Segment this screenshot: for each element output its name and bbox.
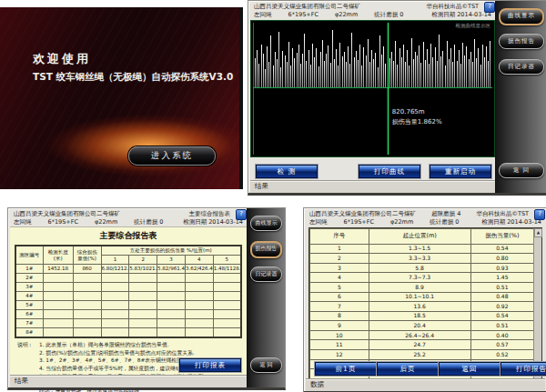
- log-button-3[interactable]: 返回: [439, 362, 500, 376]
- report-cell: [43, 292, 73, 301]
- waveform-bar: [429, 64, 430, 86]
- log-button-2[interactable]: 后页: [377, 362, 439, 376]
- waveform-sidebar: 曲线显示损伤报告日记录器返 回: [495, 1, 546, 193]
- help-icon[interactable]: ?: [534, 209, 545, 220]
- sidebar-button-2[interactable]: 损伤报告: [250, 241, 282, 258]
- report-cell: [129, 328, 157, 338]
- log-row: 23.3~3.30.80: [310, 254, 534, 264]
- waveform-bar: [371, 50, 372, 87]
- waveform-bar: [397, 65, 398, 86]
- log-col-index: 序号: [310, 228, 369, 244]
- help-icon[interactable]: ?: [484, 2, 495, 13]
- waveform-bar: [363, 47, 364, 87]
- restart-button[interactable]: 重新启动: [430, 165, 491, 178]
- waveform-cursor[interactable]: [388, 23, 389, 155]
- waveform-bar: [373, 59, 374, 87]
- report-subcol-4: 4: [185, 256, 213, 265]
- waveform-bar: [265, 69, 266, 87]
- waveform-bar: [349, 64, 350, 86]
- waveform-bar: [401, 57, 402, 87]
- log-cell: 0.93: [470, 263, 533, 273]
- waveform-bar: [300, 64, 301, 87]
- waveform-bar: [415, 52, 416, 86]
- sidebar-button-3[interactable]: 日记录器: [250, 266, 282, 282]
- report-cell: 6.80/1212.36: [101, 265, 129, 274]
- sidebar-back-button[interactable]: 返 回: [499, 163, 544, 178]
- report-cell: [43, 274, 73, 283]
- log-cell: 4: [310, 273, 369, 283]
- waveform-bar: [484, 57, 485, 87]
- waveform-bar: [304, 34, 305, 86]
- print-curve-button[interactable]: 打印曲线: [359, 165, 420, 178]
- rope-spec: 6*19S+FC: [288, 11, 319, 19]
- report-cell: [43, 301, 73, 310]
- waveform-bar: [322, 40, 323, 86]
- waveform-bar: [258, 64, 259, 86]
- waveform-bar: [306, 61, 307, 87]
- scroll-up-icon[interactable]: ▲: [534, 228, 542, 237]
- log-row: 1026.4~26.40.40: [310, 330, 534, 340]
- report-cell: 3#: [15, 283, 43, 292]
- report-window: ? 山西吕梁天义煤业集团有限公司二号煤矿 主要综合报告表 左回绳 6*19S+F…: [7, 207, 286, 390]
- report-sidebar: 曲线显示损伤报告日记录器返 回: [247, 208, 285, 387]
- waveform-button-row: 检 测 打印曲线 重新启动: [252, 165, 491, 178]
- rope-spec: 6*19S+FC: [48, 218, 79, 226]
- waveform-display[interactable]: 检测曲线显示区 820.765m 损伤当量1.862%: [250, 20, 495, 157]
- waveform-bar: [437, 61, 438, 86]
- report-page-label: 主要综合报告表: [189, 210, 231, 218]
- report-content: ? 山西吕梁天义煤业集团有限公司二号煤矿 主要综合报告表 左回绳 6*19S+F…: [10, 209, 247, 376]
- waveform-bar: [298, 45, 299, 86]
- log-button-1[interactable]: 前1页: [315, 362, 377, 376]
- waveform-bar: [308, 50, 309, 86]
- waveform-bar: [278, 32, 279, 87]
- log-row: 11.3~1.50.54: [310, 244, 534, 254]
- help-icon[interactable]: ?: [236, 209, 247, 220]
- log-button-4[interactable]: 打印报告: [500, 362, 546, 376]
- waveform-bar: [280, 67, 281, 87]
- sidebar-button-2[interactable]: 损伤报告: [499, 34, 544, 49]
- sidebar-button-1[interactable]: 曲线显示: [250, 216, 282, 231]
- log-row: 920.40.51: [310, 321, 534, 331]
- waveform-bar: [330, 63, 331, 86]
- detect-button[interactable]: 检 测: [256, 165, 318, 178]
- screenshot-canvas: 欢迎使用 TST 绞车钢丝绳（无极绳）自动探伤系统V3.0 进入系统 ? 山西吕…: [0, 0, 546, 392]
- sidebar-button-1[interactable]: 曲线显示: [499, 8, 544, 25]
- rope-name: 左回绳: [254, 11, 272, 19]
- waveform-bar: [277, 59, 278, 87]
- report-cell: [157, 328, 186, 338]
- report-subcol-3: 3: [157, 256, 186, 265]
- waveform-bar: [474, 39, 475, 87]
- log-row: 818.50.54: [310, 311, 534, 321]
- log-statusbar: 数据: [306, 378, 545, 391]
- report-cell: [213, 310, 241, 319]
- waveform-bar: [324, 61, 325, 86]
- waveform-bar: [287, 62, 288, 86]
- waveform-bar: [348, 46, 349, 86]
- waveform-bar: [354, 57, 355, 86]
- log-col-damage: 损伤当量(%): [470, 228, 533, 244]
- log-cell: 0.40: [470, 330, 533, 340]
- waveform-bar: [334, 59, 335, 86]
- note-line: 2. 损伤(%)/损伤点(位置)说明损伤当量值与损伤点对应的位置关系.: [39, 349, 205, 357]
- report-cell: [101, 328, 129, 338]
- report-row: 4#: [15, 292, 241, 301]
- waveform-bar: [423, 42, 424, 87]
- report-cell: [213, 283, 241, 292]
- waveform-bar: [470, 52, 471, 87]
- waveform-bar: [326, 54, 327, 87]
- sidebar-button-3[interactable]: 日记录器: [499, 59, 544, 75]
- report-cell: 2#: [15, 274, 43, 283]
- enter-system-button[interactable]: 进入系统: [128, 146, 216, 166]
- company-name: 山西吕梁天义煤业集团有限公司二号煤矿: [309, 210, 416, 218]
- log-window: ? 山西吕梁天义煤业集团有限公司二号煤矿 超限磨损 4 华自科技出品©TST 左…: [303, 207, 546, 392]
- waveform-bar: [339, 43, 340, 87]
- report-cell: 8#: [15, 328, 43, 338]
- report-subcol-1: 1: [101, 256, 129, 265]
- waveform-bar: [385, 64, 386, 87]
- waveform-bar: [447, 41, 448, 87]
- waveform-bar: [261, 45, 262, 87]
- rope-diameter: φ22mm: [335, 11, 358, 19]
- print-report-button[interactable]: 打印报表: [179, 358, 241, 372]
- sidebar-back-button[interactable]: 返 回: [250, 357, 282, 373]
- report-cell: [157, 283, 186, 292]
